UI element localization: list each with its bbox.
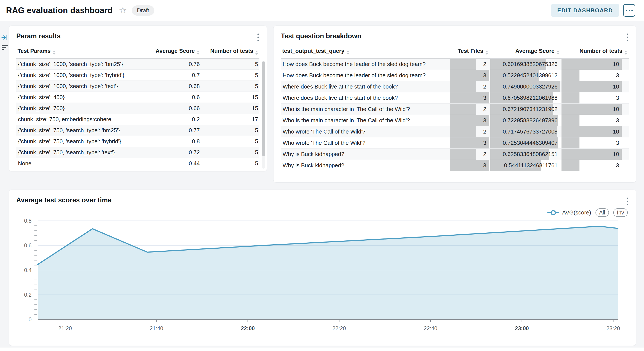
column-header-label: Test Params: [18, 48, 51, 54]
table-row: Why is Buck kidnapped?30.544111324681176…: [281, 160, 629, 171]
x-axis-label: 23:20: [606, 325, 620, 331]
table-cell: 17: [201, 114, 260, 125]
score-bar-cell: 0.7174576733727008: [490, 126, 561, 137]
panel-title: Param results: [16, 32, 61, 40]
cell-value: 3: [616, 137, 619, 148]
scrollbar-thumb[interactable]: [262, 61, 265, 156]
cell-value: 10: [613, 81, 619, 92]
column-header[interactable]: Test Files: [450, 48, 490, 59]
table-cell: {'chunk_size': 750, 'search_type': 'hybr…: [16, 136, 143, 147]
column-header-label: Number of tests: [580, 48, 622, 54]
sort-icon[interactable]: [196, 51, 200, 55]
tests-bar-cell: 3: [561, 137, 629, 149]
cell-value: 0.5441113246811761: [504, 160, 558, 171]
table-cell: {'chunk_size': 450}: [16, 92, 143, 103]
column-header[interactable]: Average Score: [490, 48, 561, 59]
more-options-button[interactable]: [623, 4, 635, 17]
tests-bar-cell: 3: [561, 160, 629, 171]
table-row: Who wrote 'The Call of the Wild'?20.7174…: [281, 126, 629, 137]
files-bar-cell: 3: [450, 137, 490, 149]
tests-bar-cell: 10: [561, 149, 629, 160]
question-breakdown-panel: Test question breakdown test_output_test…: [273, 25, 636, 183]
cell-value: 0.6016938820675326: [503, 59, 558, 70]
table-cell: 0.2: [143, 114, 201, 125]
sort-icon[interactable]: [485, 51, 488, 55]
files-bar-cell: 3: [450, 160, 490, 171]
table-cell: 0.77: [143, 125, 201, 136]
question-cell: Who is the main character in 'The Call o…: [281, 115, 450, 126]
cell-value: 10: [613, 104, 619, 115]
data-bar: [562, 115, 580, 126]
page-title: RAG evaluation dashboard: [6, 6, 113, 15]
tests-bar-cell: 3: [561, 115, 629, 126]
table-cell: 5: [201, 81, 260, 92]
x-axis-label: 22:00: [241, 325, 255, 331]
column-header[interactable]: Average Score: [143, 48, 201, 59]
tests-bar-cell: 10: [561, 59, 629, 70]
column-header[interactable]: test_output_test_query: [281, 48, 450, 59]
sort-icon[interactable]: [624, 51, 627, 55]
files-bar-cell: 2: [450, 104, 490, 115]
data-bar: [562, 160, 580, 171]
legend-line-marker-icon: [547, 210, 560, 216]
question-cell: Where does Buck live at the start of the…: [281, 92, 450, 104]
files-bar-cell: 2: [450, 149, 490, 160]
table-row: chunk_size: 750, embeddings:cohere0.217: [16, 114, 260, 125]
panel-title: Average test scores over time: [16, 196, 112, 204]
question-cell: Who is the main character in 'The Call o…: [281, 104, 450, 115]
files-bar-cell: 2: [450, 59, 490, 70]
panel-menu-icon[interactable]: [626, 32, 630, 42]
table-row: Who wrote 'The Call of the Wild'?30.7253…: [281, 137, 629, 149]
question-cell: Who wrote 'The Call of the Wild'?: [281, 126, 450, 137]
column-header-label: Average Score: [156, 48, 195, 54]
cell-value: 3: [483, 160, 486, 171]
sort-icon[interactable]: [346, 51, 350, 55]
table-row: How does Buck become the leader of the s…: [281, 59, 629, 70]
cell-value: 3: [483, 137, 486, 148]
x-axis-label: 21:20: [58, 325, 72, 331]
panel-menu-icon[interactable]: [626, 196, 630, 206]
question-cell: How does Buck become the leader of the s…: [281, 70, 450, 81]
score-bar-cell: 0.7229588826497396: [490, 115, 561, 126]
table-row: How does Buck become the leader of the s…: [281, 70, 629, 81]
data-bar: [450, 59, 476, 70]
column-header-label: Test Files: [458, 48, 483, 54]
sort-icon[interactable]: [52, 51, 56, 55]
table-cell: {'chunk_size': 750, 'search_type': 'bm25…: [16, 125, 143, 136]
column-header[interactable]: Number of tests: [561, 48, 629, 59]
table-cell: 0.6: [143, 92, 201, 103]
sort-icon[interactable]: [255, 51, 258, 55]
tests-bar-cell: 10: [561, 81, 629, 92]
page-header: RAG evaluation dashboard ☆ Draft EDIT DA…: [0, 0, 644, 21]
table-row: None0.445: [16, 158, 260, 169]
expand-panel-icon[interactable]: [1, 34, 8, 41]
column-header[interactable]: Number of tests: [201, 48, 260, 59]
question-breakdown-table: test_output_test_queryTest FilesAverage …: [281, 48, 629, 171]
sort-icon[interactable]: [556, 51, 560, 55]
cell-value: 3: [483, 115, 486, 126]
column-header[interactable]: Test Params: [16, 48, 143, 59]
cell-value: 2: [483, 104, 486, 115]
param-results-table: Test ParamsAverage ScoreNumber of tests …: [16, 48, 260, 169]
cell-value: 0.7229588826497396: [503, 115, 558, 126]
scrollbar-track[interactable]: [262, 61, 265, 169]
table-row: {'chunk_size': 700}0.6615: [16, 103, 260, 114]
score-bar-cell: 0.6705898212061988: [490, 92, 561, 104]
panel-menu-icon[interactable]: [256, 32, 260, 42]
status-badge: Draft: [132, 5, 154, 15]
cell-value: 3: [616, 92, 619, 103]
y-axis-label: 0: [28, 316, 32, 323]
filter-icon[interactable]: [1, 44, 9, 51]
cell-value: 0.7174576733727008: [503, 126, 558, 137]
x-axis-label: 22:40: [424, 325, 438, 331]
edit-dashboard-button[interactable]: EDIT DASHBOARD: [551, 4, 619, 17]
table-cell: chunk_size: 750, embeddings:cohere: [16, 114, 143, 125]
table-cell: {'chunk_size': 700}: [16, 103, 143, 114]
ellipsis-icon: [626, 10, 633, 11]
table-row: {'chunk_size': 1000, 'search_type': 'hyb…: [16, 70, 260, 81]
cell-value: 0.6721907341231902: [503, 104, 558, 115]
data-bar: [450, 126, 476, 137]
cell-value: 0.6705898212061988: [503, 92, 558, 103]
table-row: Who is the main character in 'The Call o…: [281, 104, 629, 115]
favorite-star-icon[interactable]: ☆: [119, 6, 127, 15]
